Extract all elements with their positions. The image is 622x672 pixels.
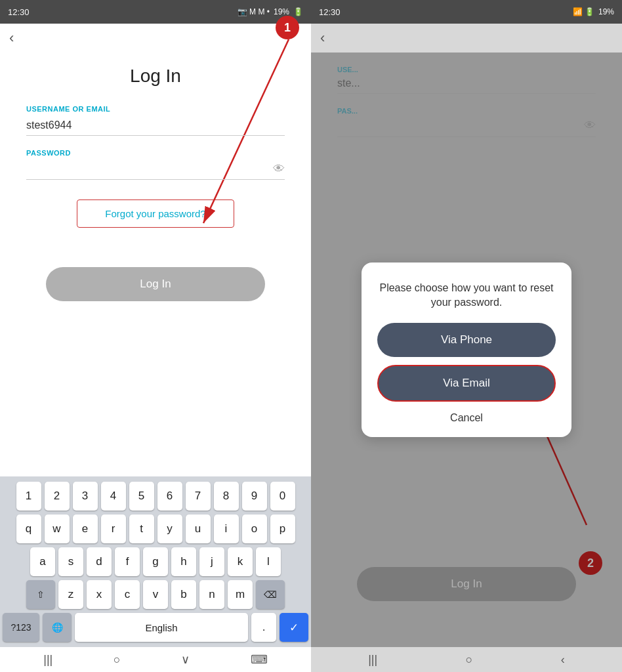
username-field-group: USERNAME OR EMAIL bbox=[26, 105, 285, 136]
annotation-circle-1: 1 bbox=[276, 16, 299, 39]
key-y[interactable]: y bbox=[157, 514, 182, 543]
key-globe[interactable]: 🌐 bbox=[43, 613, 72, 642]
status-icons-right: 📶 🔋 bbox=[573, 7, 594, 16]
battery-right: 19% bbox=[598, 7, 614, 16]
gesture-menu-right[interactable]: ||| bbox=[368, 653, 377, 667]
keyboard-row-asdf: a s d f g h j k l bbox=[3, 547, 308, 576]
key-5[interactable]: 5 bbox=[129, 482, 154, 511]
right-login-bg: USE... ste... PAS... 👁 Please choose how… bbox=[311, 52, 622, 647]
status-bar-right: 12:30 📶 🔋 19% bbox=[311, 0, 622, 24]
key-4[interactable]: 4 bbox=[101, 482, 126, 511]
eye-icon[interactable]: 👁 bbox=[273, 162, 285, 176]
key-9[interactable]: 9 bbox=[242, 482, 267, 511]
via-phone-button[interactable]: Via Phone bbox=[377, 323, 556, 357]
key-c[interactable]: c bbox=[115, 580, 140, 609]
keyboard: 1 2 3 4 5 6 7 8 9 0 q w e r t y u i o p … bbox=[0, 476, 311, 647]
gesture-keyboard-left[interactable]: ⌨ bbox=[251, 652, 268, 667]
gesture-menu-left[interactable]: ||| bbox=[43, 653, 52, 667]
key-1[interactable]: 1 bbox=[16, 482, 41, 511]
back-button-left[interactable]: ‹ bbox=[9, 30, 14, 47]
right-panel: 12:30 📶 🔋 19% ‹ USE... ste... PAS... 👁 P… bbox=[311, 0, 622, 672]
username-label: USERNAME OR EMAIL bbox=[26, 105, 285, 113]
key-b[interactable]: b bbox=[171, 580, 196, 609]
back-button-right[interactable]: ‹ bbox=[320, 30, 325, 47]
gesture-back-right[interactable]: ‹ bbox=[561, 653, 565, 667]
cancel-button[interactable]: Cancel bbox=[450, 412, 483, 424]
key-backspace[interactable]: ⌫ bbox=[256, 580, 285, 609]
key-7[interactable]: 7 bbox=[186, 482, 211, 511]
key-shift[interactable]: ⇧ bbox=[26, 580, 55, 609]
key-d[interactable]: d bbox=[87, 547, 112, 576]
status-icons-left: 📷 M M • bbox=[238, 7, 270, 16]
key-m[interactable]: m bbox=[228, 580, 253, 609]
key-s[interactable]: s bbox=[58, 547, 83, 576]
key-a[interactable]: a bbox=[30, 547, 55, 576]
nav-bar-left: ‹ bbox=[0, 24, 311, 52]
key-x[interactable]: x bbox=[87, 580, 112, 609]
nav-gesture-bar-right: ||| ○ ‹ bbox=[311, 647, 622, 672]
key-h[interactable]: h bbox=[171, 547, 196, 576]
key-r[interactable]: r bbox=[101, 514, 126, 543]
gesture-home-left[interactable]: ○ bbox=[114, 653, 121, 667]
password-field-group: PASSWORD 👁 bbox=[26, 149, 285, 180]
key-enter[interactable]: ✓ bbox=[280, 613, 308, 642]
key-n[interactable]: n bbox=[199, 580, 224, 609]
username-input[interactable] bbox=[26, 117, 285, 136]
keyboard-row-numbers: 1 2 3 4 5 6 7 8 9 0 bbox=[3, 482, 308, 511]
login-button-left[interactable]: Log In bbox=[46, 267, 265, 301]
nav-bar-right: ‹ bbox=[311, 24, 622, 52]
key-8[interactable]: 8 bbox=[214, 482, 239, 511]
via-email-button[interactable]: Via Email bbox=[377, 365, 556, 402]
password-label: PASSWORD bbox=[26, 149, 285, 157]
key-g[interactable]: g bbox=[143, 547, 168, 576]
battery-icon-left: 🔋 bbox=[293, 7, 303, 16]
key-j[interactable]: j bbox=[199, 547, 224, 576]
status-bar-left: 12:30 📷 M M • 19% 🔋 bbox=[0, 0, 311, 24]
key-o[interactable]: o bbox=[242, 514, 267, 543]
modal-overlay: Please choose how you want to reset your… bbox=[311, 52, 622, 647]
key-f[interactable]: f bbox=[115, 547, 140, 576]
gesture-back-left[interactable]: ∨ bbox=[181, 652, 190, 667]
key-period[interactable]: . bbox=[251, 613, 276, 642]
keyboard-bottom-row: ?123 🌐 English . ✓ bbox=[3, 613, 308, 642]
time-right: 12:30 bbox=[319, 7, 341, 17]
key-w[interactable]: w bbox=[45, 514, 70, 543]
key-space[interactable]: English bbox=[75, 613, 248, 642]
key-0[interactable]: 0 bbox=[270, 482, 295, 511]
left-panel: 12:30 📷 M M • 19% 🔋 1 ‹ Log In USERNAME … bbox=[0, 0, 311, 672]
key-i[interactable]: i bbox=[214, 514, 239, 543]
key-v[interactable]: v bbox=[143, 580, 168, 609]
reset-password-modal: Please choose how you want to reset your… bbox=[362, 262, 571, 438]
modal-title: Please choose how you want to reset your… bbox=[377, 281, 556, 310]
key-q[interactable]: q bbox=[16, 514, 41, 543]
battery-left: 19% bbox=[274, 7, 289, 16]
key-6[interactable]: 6 bbox=[157, 482, 182, 511]
key-z[interactable]: z bbox=[58, 580, 83, 609]
key-symbols[interactable]: ?123 bbox=[3, 613, 39, 642]
login-content: Log In USERNAME OR EMAIL PASSWORD 👁 Forg… bbox=[0, 52, 311, 476]
forgot-password-button[interactable]: Forgot your password? bbox=[77, 200, 234, 228]
keyboard-row-zxcv: ⇧ z x c v b n m ⌫ bbox=[3, 580, 308, 609]
nav-gesture-bar-left: ||| ○ ∨ ⌨ bbox=[0, 647, 311, 672]
key-u[interactable]: u bbox=[186, 514, 211, 543]
key-l[interactable]: l bbox=[256, 547, 281, 576]
password-input[interactable] bbox=[26, 161, 285, 180]
key-k[interactable]: k bbox=[228, 547, 253, 576]
gesture-home-right[interactable]: ○ bbox=[466, 653, 473, 667]
key-3[interactable]: 3 bbox=[73, 482, 98, 511]
key-t[interactable]: t bbox=[129, 514, 154, 543]
login-title: Log In bbox=[26, 66, 285, 87]
key-2[interactable]: 2 bbox=[45, 482, 70, 511]
key-p[interactable]: p bbox=[270, 514, 295, 543]
keyboard-row-qwerty: q w e r t y u i o p bbox=[3, 514, 308, 543]
key-e[interactable]: e bbox=[73, 514, 98, 543]
time-left: 12:30 bbox=[8, 7, 30, 17]
